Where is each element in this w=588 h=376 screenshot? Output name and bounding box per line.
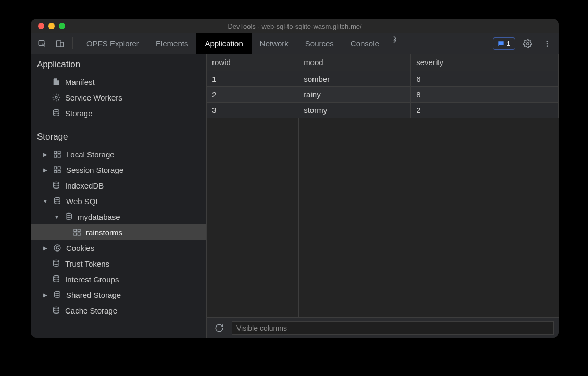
titlebar: DevTools - web-sql-to-sqlite-wasm.glitch…: [31, 19, 559, 33]
table-row[interactable]: 2 rainy 8: [207, 86, 559, 102]
data-table[interactable]: rowid mood severity 1 somber 6 2: [207, 54, 559, 317]
sidebar-item-mydatabase[interactable]: ▼ mydatabase: [31, 209, 206, 224]
svg-point-31: [55, 291, 60, 293]
database-icon: [53, 290, 62, 299]
svg-rect-13: [54, 167, 57, 169]
sidebar-item-shared-storage[interactable]: ▶ Shared Storage: [31, 287, 206, 303]
chevron-down-icon: ▼: [42, 198, 48, 204]
svg-rect-10: [58, 151, 60, 154]
sidebar-item-storage[interactable]: Storage: [31, 105, 206, 121]
issues-count: 1: [507, 40, 510, 47]
svg-point-25: [56, 247, 56, 247]
svg-rect-16: [58, 170, 60, 173]
column-header-severity[interactable]: severity: [411, 54, 559, 71]
sidebar-item-label: Interest Groups: [65, 275, 119, 284]
gear-icon: [52, 93, 61, 102]
window-minimize-button[interactable]: [48, 23, 55, 29]
sidebar-item-cache-storage[interactable]: Cache Storage: [31, 303, 206, 318]
tab-network[interactable]: Network: [252, 33, 297, 54]
settings-button[interactable]: [520, 36, 535, 51]
database-icon: [64, 212, 73, 221]
table-row[interactable]: 1 somber 6: [207, 71, 559, 86]
kebab-menu-button[interactable]: [540, 36, 555, 51]
sidebar-item-session-storage[interactable]: ▶ Session Storage: [31, 162, 206, 178]
database-icon: [52, 306, 61, 315]
section-storage-header: Storage: [31, 124, 206, 146]
tab-application[interactable]: Application: [196, 33, 251, 54]
chevron-right-icon: ▶: [42, 292, 48, 298]
sidebar-item-label: Manifest: [65, 78, 95, 86]
svg-point-6: [547, 45, 548, 47]
tab-elements[interactable]: Elements: [147, 33, 197, 54]
sidebar-item-label: Web SQL: [66, 197, 100, 206]
svg-point-27: [56, 248, 57, 249]
application-sidebar[interactable]: Application Manifest Service Workers: [31, 54, 207, 338]
grid-icon: [53, 165, 62, 174]
main-pane: Application Manifest Service Workers: [31, 54, 559, 338]
cell-mood: somber: [298, 71, 411, 86]
window-close-button[interactable]: [38, 23, 44, 29]
window-title: DevTools - web-sql-to-sqlite-wasm.glitch…: [31, 22, 559, 30]
cell-mood: rainy: [298, 86, 411, 102]
sidebar-item-label: mydatabase: [78, 212, 120, 221]
sidebar-item-cookies[interactable]: ▶ Cookies: [31, 240, 206, 256]
sidebar-item-local-storage[interactable]: ▶ Local Storage: [31, 146, 206, 162]
traffic-lights: [31, 23, 65, 29]
panel-tabs: OPFS Explorer Elements Application Netwo…: [78, 33, 402, 54]
svg-rect-9: [54, 151, 57, 154]
sidebar-item-label: Service Workers: [65, 93, 122, 102]
database-icon: [53, 196, 62, 206]
visible-columns-input[interactable]: [232, 321, 554, 335]
svg-rect-11: [54, 155, 57, 157]
cookie-icon: [53, 243, 62, 253]
chevron-right-icon: ▶: [42, 245, 48, 251]
sidebar-item-rainstorms[interactable]: rainstorms: [31, 224, 206, 240]
grid-icon: [72, 228, 82, 237]
cell-mood: stormy: [298, 102, 411, 118]
table-empty-area: [207, 118, 559, 318]
sidebar-item-label: Storage: [65, 109, 93, 118]
svg-point-7: [55, 96, 57, 98]
device-toolbar-button[interactable]: [53, 36, 67, 51]
more-tabs-button[interactable]: [387, 33, 402, 48]
section-application-header: Application: [31, 54, 206, 74]
svg-point-26: [58, 246, 58, 247]
svg-point-3: [527, 42, 529, 45]
inspect-element-button[interactable]: [35, 36, 49, 51]
sidebar-item-label: Cookies: [66, 244, 94, 253]
svg-point-28: [58, 248, 58, 249]
sidebar-item-label: IndexedDB: [65, 181, 104, 190]
svg-rect-12: [58, 155, 60, 157]
sidebar-item-trust-tokens[interactable]: Trust Tokens: [31, 256, 206, 271]
column-header-mood[interactable]: mood: [298, 54, 411, 71]
sidebar-item-label: Trust Tokens: [65, 259, 109, 268]
issues-badge-button[interactable]: 1: [493, 37, 515, 50]
window-maximize-button[interactable]: [59, 23, 65, 29]
svg-rect-21: [78, 229, 80, 232]
tab-sources[interactable]: Sources: [297, 33, 342, 54]
sidebar-item-interest-groups[interactable]: Interest Groups: [31, 271, 206, 287]
file-icon: [52, 77, 61, 86]
sidebar-item-service-workers[interactable]: Service Workers: [31, 90, 206, 105]
tab-console[interactable]: Console: [342, 33, 387, 54]
column-header-rowid[interactable]: rowid: [207, 54, 298, 71]
svg-point-8: [54, 109, 59, 111]
sidebar-item-label: Cache Storage: [65, 306, 117, 315]
svg-rect-15: [54, 170, 57, 173]
table-row[interactable]: 3 stormy 2: [207, 102, 559, 118]
sidebar-item-manifest[interactable]: Manifest: [31, 74, 206, 90]
svg-point-30: [54, 275, 59, 278]
svg-rect-22: [74, 233, 77, 235]
sidebar-item-label: Session Storage: [66, 166, 123, 174]
cell-rowid: 3: [207, 102, 298, 118]
sidebar-item-websql[interactable]: ▼ Web SQL: [31, 193, 206, 209]
sidebar-item-indexeddb[interactable]: IndexedDB: [31, 178, 206, 193]
svg-point-24: [54, 245, 60, 251]
table-header-row: rowid mood severity: [207, 54, 559, 71]
svg-point-18: [55, 197, 60, 199]
refresh-button[interactable]: [212, 321, 227, 335]
toolbar: OPFS Explorer Elements Application Netwo…: [31, 33, 559, 54]
database-icon: [52, 181, 61, 190]
svg-point-32: [54, 307, 59, 309]
tab-opfs-explorer[interactable]: OPFS Explorer: [78, 33, 147, 54]
